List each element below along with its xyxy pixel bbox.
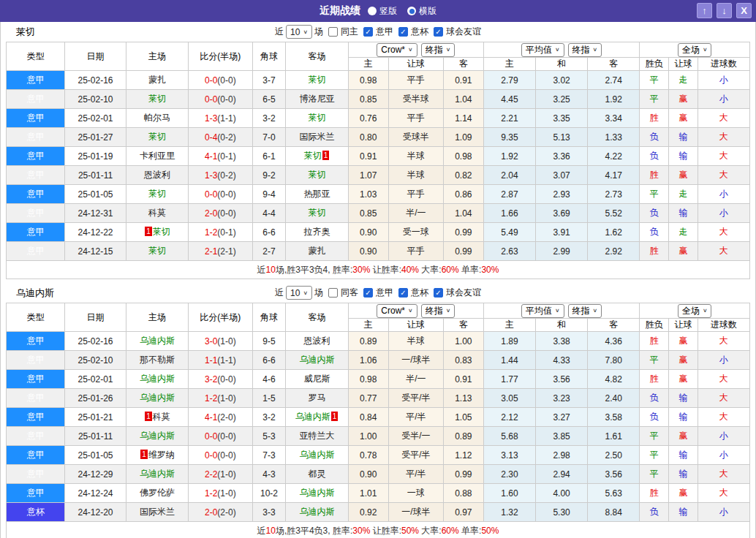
match-date: 25-02-01 xyxy=(65,370,126,389)
same-away-label: 同客 xyxy=(341,287,358,299)
col-away: 客场 xyxy=(286,303,348,332)
odds-home: 0.90 xyxy=(348,223,388,242)
match-score: 4-1(2-0) xyxy=(189,408,252,427)
radio-horizontal-icon[interactable] xyxy=(407,7,416,15)
close-button[interactable]: X xyxy=(736,3,752,18)
corner-score: 1-5 xyxy=(252,389,286,408)
away-team: 拉齐奥 xyxy=(286,223,348,242)
result-handicap: 赢 xyxy=(669,484,698,503)
stats-summary: 近10场,胜3平4负3, 胜率:30% 让胜率:50% 大率:60% 单率:50… xyxy=(7,522,750,538)
same-home-checkbox[interactable] xyxy=(328,27,338,37)
result-goals: 大 xyxy=(698,370,749,389)
col-handicap: 让球 xyxy=(388,58,443,71)
league-badge: 意甲 xyxy=(7,90,65,109)
final-index-select[interactable]: 终指∨ xyxy=(568,304,602,318)
coppa-checkbox[interactable]: ✓ xyxy=(398,27,408,37)
avg-home: 9.35 xyxy=(483,128,535,147)
result-wdl: 负 xyxy=(640,223,669,242)
corner-score: 5-3 xyxy=(252,427,286,446)
away-team: 莱切 xyxy=(286,204,348,223)
avg-away: 3.56 xyxy=(588,465,640,484)
coppa-label: 意杯 xyxy=(411,26,428,38)
odds-away: 0.99 xyxy=(443,465,483,484)
handicap: 半球 xyxy=(388,332,443,351)
friendly-checkbox[interactable]: ✓ xyxy=(434,27,443,37)
same-away-checkbox[interactable] xyxy=(328,288,338,298)
final-index-select[interactable]: 终指∨ xyxy=(421,43,456,57)
avg-away: 4.17 xyxy=(588,166,640,185)
fulltime-select[interactable]: 全场∨ xyxy=(678,304,712,318)
handicap: 受平/半 xyxy=(388,389,443,408)
match-row: 意甲24-12-31科莫2-0(0-0)4-4莱切0.85半/一1.041.66… xyxy=(7,204,750,223)
match-count-select[interactable]: 10∨ xyxy=(286,286,312,300)
results-table: 类型 日期 主场 比分(半场) 角球 客场 Crow*∨ 终指∨ 平均值∨ 终指… xyxy=(6,303,750,538)
red-card-icon: 1 xyxy=(322,151,330,160)
result-handicap: 走 xyxy=(669,71,698,90)
result-handicap: 输 xyxy=(669,465,698,484)
chevron-down-icon: ∨ xyxy=(555,47,560,53)
league-badge: 意甲 xyxy=(7,408,65,427)
odds-away: 0.82 xyxy=(443,166,483,185)
result-handicap: 输 xyxy=(669,147,698,166)
avg-home: 2.04 xyxy=(483,166,535,185)
move-down-button[interactable]: ↓ xyxy=(717,3,732,18)
match-score: 0-0(0-0) xyxy=(189,427,252,446)
radio-vertical[interactable]: 竖版 xyxy=(368,5,397,18)
average-select[interactable]: 平均值∨ xyxy=(521,43,564,57)
final-index-select[interactable]: 终指∨ xyxy=(568,43,602,57)
serie-a-checkbox[interactable]: ✓ xyxy=(363,27,373,37)
odds-away: 1.13 xyxy=(443,389,483,408)
avg-draw: 3.27 xyxy=(536,408,588,427)
arrow-down-icon: ↓ xyxy=(722,6,727,15)
result-goals: 大 xyxy=(698,166,749,185)
result-wdl: 平 xyxy=(640,351,669,370)
match-score: 0-0(0-0) xyxy=(189,90,252,109)
radio-vertical-icon[interactable] xyxy=(368,7,377,15)
away-team: 莱切1 xyxy=(286,147,348,166)
friendly-checkbox[interactable]: ✓ xyxy=(434,288,443,298)
corner-score: 9-4 xyxy=(252,185,286,204)
odds-home: 0.91 xyxy=(348,147,388,166)
match-score: 4-1(0-1) xyxy=(189,147,252,166)
odds-home: 1.00 xyxy=(348,427,388,446)
move-up-button[interactable]: ↑ xyxy=(697,3,712,18)
chevron-down-icon: ∨ xyxy=(703,308,708,314)
odds-away: 1.12 xyxy=(443,446,483,465)
final-index-select[interactable]: 终指∨ xyxy=(421,304,456,318)
handicap: 受平/半 xyxy=(388,446,443,465)
match-score: 2-0(2-0) xyxy=(189,503,252,522)
away-team: 莱切 xyxy=(286,71,348,90)
result-goals: 大 xyxy=(698,128,749,147)
avg-home: 2.30 xyxy=(483,465,535,484)
home-team: 乌迪内斯 xyxy=(126,465,188,484)
serie-a-checkbox[interactable]: ✓ xyxy=(363,288,373,298)
col-wdl: 胜负 xyxy=(640,319,669,332)
col-odds-away: 客 xyxy=(443,319,483,332)
odds-away: 1.05 xyxy=(443,408,483,427)
col-type: 类型 xyxy=(7,42,65,71)
avg-draw: 3.38 xyxy=(536,332,588,351)
result-wdl: 平 xyxy=(640,465,669,484)
match-row: 意甲25-01-211科莫4-1(2-0)3-2乌迪内斯10.84平/半1.05… xyxy=(7,408,750,427)
corner-score: 3-3 xyxy=(252,503,286,522)
match-score: 3-0(1-0) xyxy=(189,332,252,351)
match-row: 意甲25-01-26乌迪内斯1-2(1-0)1-5罗马0.77受平/半1.133… xyxy=(7,389,750,408)
average-select[interactable]: 平均值∨ xyxy=(521,304,564,318)
result-goals: 大 xyxy=(698,465,749,484)
avg-home: 5.49 xyxy=(483,223,535,242)
stats-summary: 近10场,胜3平3负4, 胜率:30% 让胜率:40% 大率:60% 单率:30… xyxy=(7,261,750,279)
result-wdl: 负 xyxy=(640,204,669,223)
bookmaker-select[interactable]: Crow*∨ xyxy=(377,304,417,318)
bookmaker-select[interactable]: Crow*∨ xyxy=(377,43,417,57)
results-table: 类型 日期 主场 比分(半场) 角球 客场 Crow*∨ 终指∨ 平均值∨ 终指… xyxy=(6,42,750,279)
away-team: 乌迪内斯 xyxy=(286,484,348,503)
home-team: 国际米兰 xyxy=(126,503,188,522)
coppa-checkbox[interactable]: ✓ xyxy=(398,288,408,298)
result-goals: 大 xyxy=(698,242,749,261)
fulltime-select[interactable]: 全场∨ xyxy=(678,43,712,57)
radio-horizontal[interactable]: 横版 xyxy=(407,5,436,18)
result-wdl: 负 xyxy=(640,128,669,147)
match-row: 意甲25-01-27莱切0-4(0-2)7-0国际米兰0.80受球半1.099.… xyxy=(7,128,750,147)
match-count-select[interactable]: 10∨ xyxy=(286,25,312,39)
odds-away: 0.99 xyxy=(443,223,483,242)
